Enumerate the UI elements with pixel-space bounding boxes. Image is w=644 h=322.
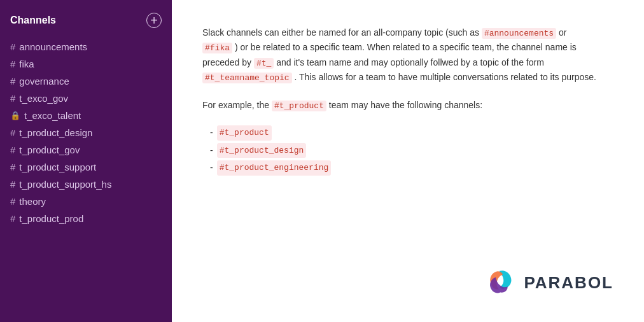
parabol-brand-name: PARABOL <box>524 273 613 293</box>
sidebar-channel-t_product_design[interactable]: #t_product_design <box>0 124 172 141</box>
add-channel-button[interactable]: + <box>146 13 162 28</box>
code-t-prefix: #t_ <box>254 58 274 69</box>
hash-icon: # <box>10 93 15 104</box>
parabol-logo-area: PARABOL <box>483 266 613 299</box>
sidebar-header: Channels + <box>0 13 172 38</box>
sidebar-channel-governance[interactable]: #governance <box>0 73 172 90</box>
sidebar-channel-t_exco_gov[interactable]: #t_exco_gov <box>0 90 172 107</box>
code-t-product: #t_product <box>272 101 326 111</box>
channel-name: fika <box>19 59 34 69</box>
hash-icon: # <box>10 162 15 172</box>
main-content: Slack channels can either be named for a… <box>172 0 644 322</box>
channel-name: theory <box>19 196 46 207</box>
paragraph2-text-1: For example, the <box>202 100 272 110</box>
example-item-2: #t_product_design <box>210 143 597 158</box>
sidebar-channel-fika[interactable]: #fika <box>0 55 172 73</box>
paragraph1-text-4: and it's team name and may optionally fo… <box>276 57 544 67</box>
channel-name: t_product_support_hs <box>19 179 111 190</box>
code-announcements: #announcements <box>482 28 556 39</box>
code-example-3: #t_product_engineering <box>217 160 332 175</box>
sidebar-channel-t_product_support[interactable]: #t_product_support <box>0 158 172 176</box>
channel-name: announcements <box>19 41 87 52</box>
code-example-2: #t_product_design <box>217 143 307 158</box>
example-list: #t_product #t_product_design #t_product_… <box>202 125 597 175</box>
hash-icon: # <box>10 76 15 87</box>
lock-icon: 🔒 <box>10 111 20 120</box>
sidebar-channel-t_product_gov[interactable]: #t_product_gov <box>0 141 172 158</box>
example-item-3: #t_product_engineering <box>210 160 597 175</box>
paragraph1-text-2: or <box>559 27 566 38</box>
parabol-logo-icon <box>483 266 516 299</box>
channel-name: t_product_prod <box>19 213 83 224</box>
code-fika: #fika <box>202 43 232 53</box>
channel-name: t_exco_gov <box>19 93 68 104</box>
channel-name: governance <box>19 76 69 87</box>
channel-list: #announcements#fika#governance#t_exco_go… <box>0 38 172 227</box>
code-t-teamname-topic: #t_teamname_topic <box>202 73 292 83</box>
hash-icon: # <box>10 213 15 224</box>
sidebar-channel-t_product_support_hs[interactable]: #t_product_support_hs <box>0 176 172 193</box>
channel-name: t_product_support <box>19 162 96 172</box>
paragraph-1: Slack channels can either be named for a… <box>202 25 597 85</box>
channel-name: t_product_gov <box>19 144 80 155</box>
code-example-1: #t_product <box>217 125 272 140</box>
hash-icon: # <box>10 127 15 138</box>
hash-icon: # <box>10 59 15 69</box>
sidebar: Channels + #announcements#fika#governanc… <box>0 0 172 322</box>
hash-icon: # <box>10 179 15 190</box>
hash-icon: # <box>10 144 15 155</box>
sidebar-title: Channels <box>10 15 56 26</box>
sidebar-channel-announcements[interactable]: #announcements <box>0 38 172 55</box>
paragraph1-text-5: . This allows for a team to have multipl… <box>295 72 596 82</box>
paragraph1-text-1: Slack channels can either be named for a… <box>202 27 482 38</box>
example-item-1: #t_product <box>210 125 597 140</box>
sidebar-channel-theory[interactable]: #theory <box>0 193 172 210</box>
hash-icon: # <box>10 196 15 207</box>
paragraph2-text-2: team may have the following channels: <box>329 100 482 110</box>
channel-name: t_exco_talent <box>24 110 81 121</box>
hash-icon: # <box>10 41 15 52</box>
sidebar-channel-t_product_prod[interactable]: #t_product_prod <box>0 210 172 227</box>
sidebar-channel-t_exco_talent[interactable]: 🔒t_exco_talent <box>0 107 172 124</box>
content-description: Slack channels can either be named for a… <box>202 25 597 178</box>
paragraph-2: For example, the #t_product team may hav… <box>202 98 597 113</box>
channel-name: t_product_design <box>19 127 92 138</box>
